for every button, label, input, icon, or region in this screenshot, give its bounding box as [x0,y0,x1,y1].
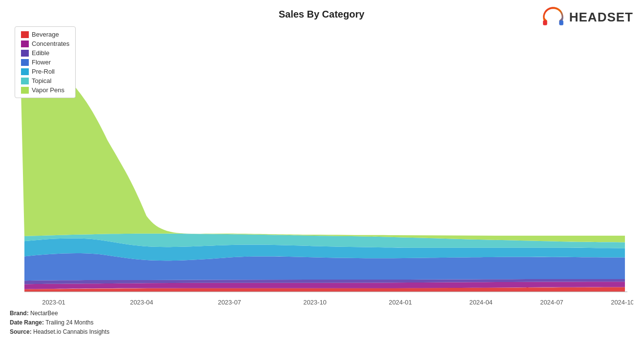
legend-label-topical: Topical [32,77,51,84]
legend-color-concentrates [21,40,29,47]
legend-color-beverage [21,31,29,38]
legend-item-topical: Topical [21,77,69,84]
source-label: Source: [10,328,32,335]
legend-label-concentrates: Concentrates [32,40,69,47]
legend-item-flower: Flower [21,59,69,66]
legend-item-edible: Edible [21,49,69,57]
source-value: Headset.io Cannabis Insights [33,328,109,335]
x-label-2023-04: 2023-04 [130,299,153,306]
legend-item-preroll: Pre-Roll [21,68,69,75]
x-label-2023-07: 2023-07 [218,299,241,306]
legend-color-topical [21,78,29,84]
x-label-2024-04: 2024-04 [469,299,493,306]
legend-item-concentrates: Concentrates [21,40,69,47]
chart-svg: 2023-01 2023-04 2023-07 2023-10 2024-01 … [10,24,633,307]
legend-color-vapor-pens [21,87,29,94]
legend-item-beverage: Beverage [21,31,69,38]
legend-label-flower: Flower [32,59,51,66]
chart-legend: Beverage Concentrates Edible Flower Pre-… [15,26,76,98]
date-value: Trailing 24 Months [45,319,93,326]
legend-label-preroll: Pre-Roll [32,68,55,75]
chart-footer: Brand: NectarBee Date Range: Trailing 24… [0,307,643,341]
brand-value: NectarBee [30,310,58,317]
legend-item-vapor-pens: Vapor Pens [21,86,69,94]
legend-label-vapor-pens: Vapor Pens [32,86,64,94]
footer-brand: Brand: NectarBee [10,309,633,318]
x-label-2024-10: 2024-10 [611,299,633,306]
x-label-2024-01: 2024-01 [389,299,412,306]
x-label-2024-07: 2024-07 [540,299,563,306]
date-label: Date Range: [10,319,44,326]
logo-text: HEADSET [569,10,633,25]
legend-color-edible [21,50,29,57]
legend-label-edible: Edible [32,49,49,57]
chart-title: Sales By Category [279,9,365,20]
legend-color-flower [21,59,29,66]
footer-date: Date Range: Trailing 24 Months [10,318,633,327]
x-label-2023-01: 2023-01 [42,299,65,306]
x-label-2023-10: 2023-10 [303,299,327,306]
chart-container: Beverage Concentrates Edible Flower Pre-… [10,24,633,307]
footer-source: Source: Headset.io Cannabis Insights [10,327,633,337]
legend-color-preroll [21,68,29,75]
page-header: Sales By Category HEADSET [0,0,643,24]
area-vapor-pens [20,29,625,242]
brand-label: Brand: [10,310,29,317]
legend-label-beverage: Beverage [32,31,59,38]
